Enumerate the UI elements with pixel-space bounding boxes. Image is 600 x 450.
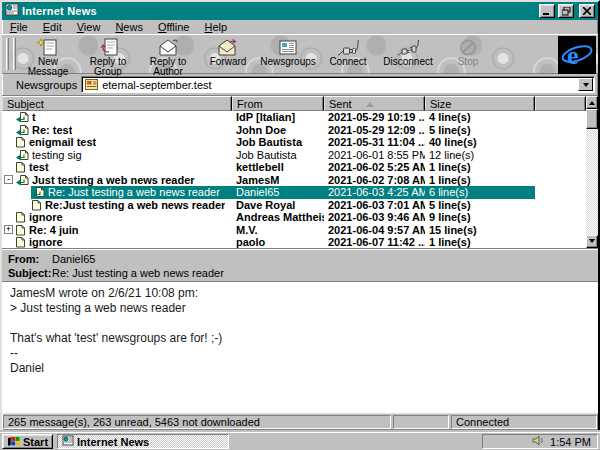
column-header-size[interactable]: Size	[425, 96, 535, 111]
toolbar-grip2[interactable]	[13, 38, 16, 70]
row-filler	[535, 149, 586, 162]
subject-cell: testing sig	[32, 149, 82, 162]
preview-header: From: Daniel65 Subject: Re: Just testing…	[2, 249, 598, 282]
newsgroups-icon	[277, 38, 299, 57]
column-header-subject[interactable]: Subject	[2, 96, 232, 111]
row-filler	[535, 211, 586, 224]
app-window: Internet News FileEditViewNewsOfflineHel…	[0, 0, 600, 432]
from-cell: Job Bautista	[232, 149, 324, 162]
post-icon	[15, 161, 26, 173]
collapse-thread-icon[interactable]: -	[4, 175, 13, 184]
arrow-down-icon	[589, 239, 595, 246]
sent-cell: 2021-06-02 5:25 AM	[324, 161, 425, 174]
menu-help[interactable]: Help	[205, 21, 228, 33]
clock: 1:54 PM	[550, 436, 591, 448]
size-cell: 1 line(s)	[425, 161, 535, 174]
preview-from-label: From:	[8, 253, 52, 267]
system-tray: 1:54 PM	[482, 434, 598, 449]
message-row[interactable]: Re: testJohn Doe2021-05-29 12:09 ...5 li…	[2, 124, 586, 137]
message-row[interactable]: testkettlebell2021-06-02 5:25 AM1 line(s…	[2, 161, 586, 174]
body-line: --	[10, 346, 590, 361]
close-button[interactable]	[579, 4, 595, 18]
toolbar: New MessageReply to GroupReply to Author…	[2, 34, 598, 74]
scroll-down-button[interactable]	[586, 235, 598, 248]
subject-cell: enigmail test	[29, 136, 96, 149]
menu-edit[interactable]: Edit	[43, 21, 62, 33]
newsgroups-bar: Newsgroups eternal-september.test	[2, 74, 598, 96]
message-row[interactable]: testing sigJob Bautista2021-06-01 8:55 P…	[2, 149, 586, 162]
message-list: Subject From Sent Size tIdP [Italian]202…	[2, 96, 598, 249]
toolbar-button-reply-to-group[interactable]: Reply to Group	[78, 36, 138, 72]
task-app-icon	[62, 435, 74, 448]
column-header-sent[interactable]: Sent	[324, 96, 425, 111]
subject-cell: Re: 4 juin	[29, 224, 79, 237]
subject-cell: ignore	[29, 236, 63, 248]
status-message-count: 265 message(s), 263 unread, 5463 not dow…	[3, 415, 391, 429]
reply-post-icon	[31, 186, 45, 198]
message-row[interactable]: Re:Just testing a web news readerDave Ro…	[2, 199, 586, 212]
toolbar-button-new-message[interactable]: New Message	[18, 36, 78, 72]
sent-cell: 2021-06-03 7:01 AM	[324, 199, 425, 212]
ie-logo-icon: e	[558, 36, 596, 74]
list-header: Subject From Sent Size	[2, 96, 586, 111]
post-icon	[15, 136, 26, 148]
row-filler	[535, 174, 586, 187]
size-cell: 15 line(s)	[425, 224, 535, 237]
body-line: That's what 'test' newsgroups are for! ;…	[10, 331, 590, 346]
menu-file[interactable]: File	[10, 21, 28, 33]
row-filler	[535, 124, 586, 137]
row-filler	[535, 199, 586, 212]
stop-icon	[457, 38, 479, 57]
volume-icon[interactable]	[532, 435, 545, 448]
post-icon	[15, 211, 26, 223]
scroll-up-button[interactable]	[586, 96, 598, 109]
sent-cell: 2021-06-01 8:55 PM	[324, 149, 425, 162]
column-header-sent-label: Sent	[329, 98, 352, 110]
from-cell: Andreas Mattheiss	[232, 211, 324, 224]
from-cell: paolo	[232, 236, 324, 248]
subject-cell: Re: test	[32, 124, 72, 137]
sent-cell: 2021-05-29 10:19 ...	[324, 111, 425, 124]
size-cell: 1 line(s)	[425, 174, 535, 187]
column-header-filler	[535, 96, 586, 111]
toolbar-button-label: Forward	[210, 57, 247, 67]
message-row[interactable]: tIdP [Italian]2021-05-29 10:19 ...4 line…	[2, 111, 586, 124]
column-header-from[interactable]: From	[232, 96, 324, 111]
menu-offline[interactable]: Offline	[158, 21, 190, 33]
size-cell: 4 line(s)	[425, 111, 535, 124]
scrollbar-track[interactable]	[586, 129, 598, 235]
message-row[interactable]: ignoreAndreas Mattheiss2021-06-03 9:46 A…	[2, 211, 586, 224]
new-message-icon	[37, 38, 59, 57]
newsgroup-combo[interactable]: eternal-september.test	[81, 76, 595, 93]
toolbar-button-newsgroups[interactable]: Newsgroups	[258, 36, 318, 72]
toolbar-button-disconnect[interactable]: Disconnect	[378, 36, 438, 72]
subject-cell: Re:Just testing a web news reader	[45, 199, 225, 212]
list-scrollbar[interactable]	[586, 96, 598, 248]
status-middle-panel	[393, 415, 449, 429]
toolbar-button-label: Stop	[458, 57, 479, 67]
list-rows: tIdP [Italian]2021-05-29 10:19 ...4 line…	[2, 111, 586, 248]
toolbar-grip[interactable]	[6, 38, 9, 70]
minimize-button[interactable]	[539, 4, 555, 18]
toolbar-button-forward[interactable]: Forward	[198, 36, 258, 72]
combo-dropdown-button[interactable]	[578, 78, 593, 91]
toolbar-button-connect[interactable]: Connect	[318, 36, 378, 72]
forward-icon	[217, 38, 239, 57]
message-row[interactable]: ignorepaolo2021-06-07 11:42 ...1 line(s)	[2, 236, 586, 248]
message-row[interactable]: enigmail testJob Bautista2021-05-31 11:0…	[2, 136, 586, 149]
taskbar-task-internet-news[interactable]: Internet News	[57, 434, 229, 449]
expand-thread-icon[interactable]: +	[4, 225, 13, 234]
menu-view[interactable]: View	[77, 21, 101, 33]
sent-cell: 2021-06-07 11:42 ...	[324, 236, 425, 248]
message-row[interactable]: +Re: 4 juinM.V.2021-06-04 9:57 AM15 line…	[2, 224, 586, 237]
message-row[interactable]: Re: Just testing a web news readerDaniel…	[2, 186, 586, 199]
restore-button[interactable]	[558, 4, 574, 18]
title-bar: Internet News	[2, 2, 598, 20]
start-button[interactable]: Start	[2, 434, 53, 449]
scrollbar-thumb[interactable]	[586, 109, 598, 129]
menu-news[interactable]: News	[115, 21, 143, 33]
status-connection: Connected	[451, 415, 597, 429]
toolbar-button-reply-to-author[interactable]: Reply to Author	[138, 36, 198, 72]
body-line: Daniel	[10, 361, 590, 376]
message-row[interactable]: -Just testing a web news readerJamesM202…	[2, 174, 586, 187]
